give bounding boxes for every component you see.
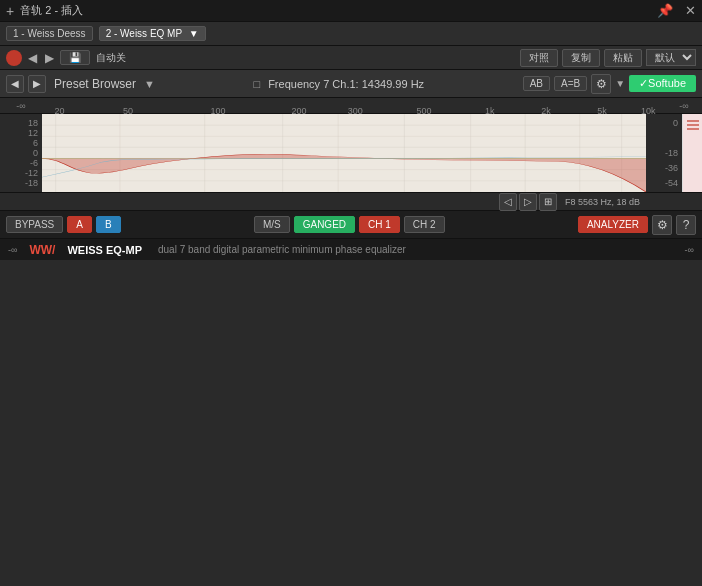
prev-arrow[interactable]: ◀ bbox=[26, 51, 39, 65]
dropdown-arrow-icon[interactable]: ▼ bbox=[144, 78, 155, 90]
b-btn[interactable]: B bbox=[96, 216, 121, 233]
add-icon: + bbox=[6, 3, 14, 19]
bottom-controls: BYPASS A B M/S GANGED CH 1 CH 2 ANALYZER… bbox=[0, 210, 702, 238]
nav-icons: ◁ ▷ ⊞ bbox=[499, 193, 557, 211]
plugin1-btn[interactable]: 1 - Weiss Deess bbox=[6, 26, 93, 41]
eq-chart bbox=[42, 114, 646, 192]
copy-btn[interactable]: 复制 bbox=[562, 49, 600, 67]
ch2-btn[interactable]: CH 2 bbox=[404, 216, 445, 233]
paste-btn[interactable]: 粘贴 bbox=[604, 49, 642, 67]
eq-right-db-labels: 0 -18 -36 -54 bbox=[646, 114, 682, 192]
bottom-gear-btn[interactable]: ⚙ bbox=[652, 215, 672, 235]
title-text: 音轨 2 - 插入 bbox=[20, 3, 651, 18]
freq-icon: □ bbox=[253, 78, 260, 90]
level-left: -∞ bbox=[8, 245, 17, 255]
pin-icon[interactable]: 📌 bbox=[657, 3, 673, 18]
save-btn[interactable]: 💾 bbox=[60, 50, 90, 65]
preset-next-btn[interactable]: ▶ bbox=[28, 75, 46, 93]
plugin2-btn[interactable]: 2 - Weiss EQ MP ▼ bbox=[99, 26, 206, 41]
plugin-row: 1 - Weiss Deess 2 - Weiss EQ MP ▼ bbox=[0, 22, 702, 46]
footer: -∞ WW/ WEISS EQ-MP dual 7 band digital p… bbox=[0, 238, 702, 260]
default-select[interactable]: 默认 bbox=[646, 49, 696, 66]
toolbar-row: ◀ ▶ Preset Browser ▼ □ Frequency 7 Ch.1:… bbox=[0, 70, 702, 98]
title-bar: + 音轨 2 - 插入 📌 ✕ bbox=[0, 0, 702, 22]
nav-next-icon[interactable]: ▷ bbox=[519, 193, 537, 211]
next-arrow[interactable]: ▶ bbox=[43, 51, 56, 65]
automate-label: 自动关 bbox=[96, 51, 126, 65]
nav-prev-icon[interactable]: ◁ bbox=[499, 193, 517, 211]
analyzer-btn[interactable]: ANALYZER bbox=[578, 216, 648, 233]
preset-prev-btn[interactable]: ◀ bbox=[6, 75, 24, 93]
panel-line-3 bbox=[687, 128, 699, 130]
ganged-btn[interactable]: GANGED bbox=[294, 216, 355, 233]
ab-btn[interactable]: AB bbox=[523, 76, 550, 91]
a-btn[interactable]: A bbox=[67, 216, 92, 233]
nav-grid-icon[interactable]: ⊞ bbox=[539, 193, 557, 211]
panel-line-2 bbox=[687, 124, 699, 126]
controls-row: ◀ ▶ 💾 自动关 对照 复制 粘贴 默认 bbox=[0, 46, 702, 70]
db-info-row: ◁ ▷ ⊞ F8 5563 Hz, 18 dB bbox=[0, 192, 702, 210]
softube-btn[interactable]: ✓Softube bbox=[629, 75, 696, 92]
brand-name: WEISS EQ-MP bbox=[67, 244, 142, 256]
help-btn[interactable]: ? bbox=[676, 215, 696, 235]
ch1-btn[interactable]: CH 1 bbox=[359, 216, 400, 233]
level-right: -∞ bbox=[685, 245, 694, 255]
power-button[interactable] bbox=[6, 50, 22, 66]
ab2-btn[interactable]: A=B bbox=[554, 76, 587, 91]
eq-left-db-labels: 18 12 6 0 -6 -12 -18 bbox=[0, 114, 42, 192]
compare-btn[interactable]: 对照 bbox=[520, 49, 558, 67]
footer-description: dual 7 band digital parametric minimum p… bbox=[158, 244, 406, 255]
db-info-text: F8 5563 Hz, 18 dB bbox=[565, 197, 640, 207]
settings-gear-btn[interactable]: ⚙ bbox=[591, 74, 611, 94]
logo-ww: WW/ bbox=[29, 243, 55, 257]
freq-display: Frequency 7 Ch.1: 14349.99 Hz bbox=[268, 78, 424, 90]
right-panel bbox=[682, 114, 702, 192]
panel-line-1 bbox=[687, 120, 699, 122]
eq-svg bbox=[42, 114, 646, 192]
preset-browser-label: Preset Browser bbox=[54, 77, 136, 91]
footer-logo: WW/ bbox=[29, 243, 55, 257]
settings-dropdown-icon[interactable]: ▼ bbox=[615, 78, 625, 89]
bypass-btn[interactable]: BYPASS bbox=[6, 216, 63, 233]
left-inf-label: -∞ bbox=[0, 101, 42, 111]
right-inf-label: -∞ bbox=[666, 101, 702, 111]
ms-btn[interactable]: M/S bbox=[254, 216, 290, 233]
close-icon[interactable]: ✕ bbox=[685, 3, 696, 18]
